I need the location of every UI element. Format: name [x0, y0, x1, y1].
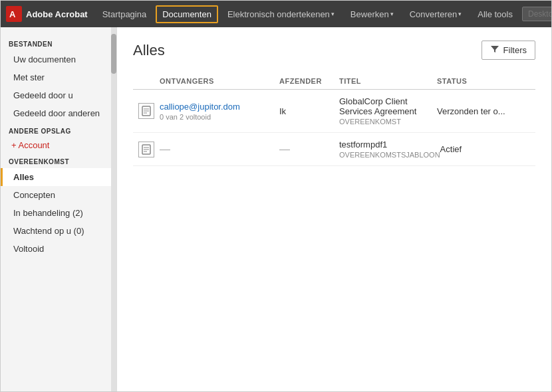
- main-header: Alles Filters: [133, 41, 535, 60]
- main-content: Alles Filters ONTVANGERS AFZENDER TITEL …: [117, 27, 551, 392]
- title-main: testformpdf1: [339, 140, 440, 149]
- filter-icon: [490, 45, 499, 56]
- sender-cell: Ik: [279, 106, 339, 116]
- title-main: GlobalCorp Client Services Agreement: [339, 96, 437, 116]
- sidebar-scrollbar[interactable]: [111, 27, 116, 392]
- chevron-down-icon: ▾: [458, 11, 462, 17]
- title-cell: testformpdf1 OVEREENKOMSTSJABLOON: [339, 140, 440, 159]
- chevron-down-icon: ▾: [390, 11, 394, 17]
- app-logo: A Adobe Acrobat: [6, 6, 88, 22]
- sidebar-item-in-behandeling[interactable]: In behandeling (2): [1, 204, 116, 222]
- sidebar: BESTANDEN Uw documenten Met ster Gedeeld…: [1, 27, 117, 392]
- table-header: ONTVANGERS AFZENDER TITEL STATUS: [133, 73, 535, 90]
- sidebar-scrollbar-thumb: [111, 34, 116, 74]
- row-icon: [138, 142, 160, 157]
- recipient-cell: calliope@jupitor.dom 0 van 2 voltooid: [160, 102, 279, 121]
- app-layout: BESTANDEN Uw documenten Met ster Gedeeld…: [1, 27, 551, 392]
- status-cell: Verzonden ter o...: [437, 106, 530, 116]
- sidebar-item-wachtend[interactable]: Wachtend op u (0): [1, 222, 116, 240]
- title-cell: GlobalCorp Client Services Agreement OVE…: [339, 96, 437, 126]
- section-title-overeenkomst: OVEREENKOMST: [1, 153, 116, 168]
- recipient-dash: —: [160, 144, 279, 155]
- nav-elektronisch[interactable]: Elektronisch ondertekenen ▾: [221, 5, 341, 23]
- table-row[interactable]: — — testformpdf1 OVEREENKOMSTSJABLOON Ac…: [133, 133, 535, 166]
- search-input[interactable]: [522, 7, 552, 21]
- row-icon: [138, 103, 160, 119]
- status-cell: Actief: [440, 144, 533, 154]
- recipient-sub: 0 van 2 voltooid: [160, 113, 279, 121]
- nav-alle-tools[interactable]: Alle tools: [471, 5, 519, 23]
- col-afzender: AFZENDER: [279, 77, 339, 85]
- sidebar-item-uw-documenten[interactable]: Uw documenten: [1, 50, 116, 68]
- page-title: Alles: [133, 42, 165, 59]
- table-row[interactable]: calliope@jupitor.dom 0 van 2 voltooid Ik…: [133, 90, 535, 133]
- chevron-down-icon: ▾: [331, 11, 335, 17]
- filter-label: Filters: [503, 45, 527, 55]
- sender-dash: —: [279, 144, 339, 155]
- col-ontvangers: ONTVANGERS: [160, 77, 279, 85]
- acrobat-logo-icon: A: [6, 6, 22, 22]
- topnav-right-area: 🔍: [522, 7, 552, 22]
- nav-converteren[interactable]: Converteren ▾: [403, 5, 469, 23]
- title-sub: OVEREENKOMST: [339, 118, 437, 126]
- sidebar-item-gedeeld-door-anderen[interactable]: Gedeeld door anderen: [1, 104, 116, 122]
- title-sub: OVEREENKOMSTSJABLOON: [339, 151, 440, 159]
- svg-text:A: A: [9, 9, 16, 19]
- add-account-link[interactable]: + Account: [1, 138, 116, 153]
- top-navigation: A Adobe Acrobat Startpagina Documenten E…: [1, 1, 551, 27]
- nav-bewerken[interactable]: Bewerken ▾: [344, 5, 400, 23]
- recipient-cell: —: [160, 144, 279, 155]
- recipient-email: calliope@jupitor.dom: [160, 102, 279, 112]
- app-name: Adobe Acrobat: [26, 9, 88, 19]
- sidebar-item-gedeeld-door-u[interactable]: Gedeeld door u: [1, 86, 116, 104]
- col-titel: TITEL: [339, 77, 437, 85]
- sidebar-item-met-ster[interactable]: Met ster: [1, 68, 116, 86]
- filter-button[interactable]: Filters: [482, 41, 535, 60]
- section-title-andere-opslag: ANDERE OPSLAG: [1, 122, 116, 138]
- nav-startpagina[interactable]: Startpagina: [96, 5, 154, 23]
- nav-documenten[interactable]: Documenten: [156, 5, 218, 23]
- col-status: STATUS: [437, 77, 530, 85]
- sidebar-item-voltooid[interactable]: Voltooid: [1, 240, 116, 258]
- section-title-bestanden: BESTANDEN: [1, 35, 116, 50]
- col-icon: [138, 77, 160, 85]
- sidebar-item-alles[interactable]: Alles: [1, 168, 116, 186]
- sidebar-item-concepten[interactable]: Concepten: [1, 186, 116, 204]
